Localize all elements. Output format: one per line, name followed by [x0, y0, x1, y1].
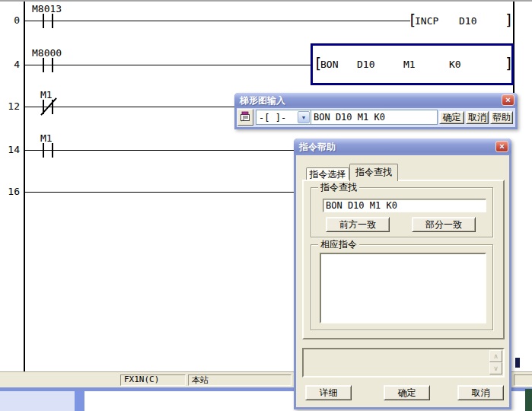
rung-line — [24, 107, 235, 107]
editor-top-border — [0, 0, 532, 2]
result-groupbox: 相应指令 — [311, 244, 493, 330]
contact-bar — [43, 58, 44, 72]
background-fragment — [515, 358, 520, 368]
ladder-input-body: -[ ]- ▼ 确定 取消 帮助 — [237, 108, 515, 127]
dialog-title: 指令帮助 — [299, 142, 336, 152]
chevron-down-icon[interactable]: ▼ — [298, 111, 310, 123]
instr-op: BON — [320, 59, 338, 69]
rung-line — [24, 21, 410, 21]
rung-line — [24, 192, 295, 193]
detail-button[interactable]: 详细 — [305, 385, 352, 400]
contact-bar — [43, 143, 44, 158]
dialog-title: 梯形图输入 — [240, 95, 285, 106]
bracket-close: ] — [505, 56, 513, 71]
instr-operand: K0 — [449, 59, 461, 69]
background-panel-lavender — [0, 391, 75, 411]
result-group-legend: 相应指令 — [318, 240, 359, 250]
scroll-down-icon[interactable]: ∨ — [489, 362, 502, 374]
contact-label: M1 — [40, 90, 53, 100]
instr-operand: M1 — [403, 59, 416, 69]
tab-instruction-find[interactable]: 指令查找 — [349, 164, 398, 181]
bracket-close: ] — [505, 13, 513, 27]
instruction-input[interactable] — [311, 110, 438, 125]
rung-number: 16 — [0, 186, 20, 196]
contact-bar — [52, 143, 53, 158]
selected-instruction-bon[interactable]: [ BON D10 M1 K0 ] — [311, 43, 514, 85]
cancel-button[interactable]: 取消 — [457, 385, 504, 400]
description-textarea[interactable]: ∧ ∨ — [302, 348, 505, 378]
scroll-up-icon[interactable]: ∧ — [489, 350, 502, 362]
instruction-help-body: 指令选择 指令查找 指令查找 前方一致 部分一致 相应指令 ∧ ∨ — [296, 155, 509, 407]
find-input[interactable] — [323, 199, 486, 212]
result-listbox[interactable] — [320, 253, 486, 323]
help-button[interactable]: 帮助 — [490, 111, 513, 124]
rung-line — [24, 150, 295, 151]
symbol-dropdown[interactable]: -[ ]- ▼ — [256, 110, 311, 125]
rung-number: 4 — [0, 59, 20, 69]
symbol-editor-button[interactable] — [237, 109, 253, 126]
instruction-help-dialog: 指令帮助 × 指令选择 指令查找 指令查找 前方一致 部分一致 相应指令 — [294, 139, 511, 409]
background-panel-divider — [75, 391, 84, 411]
gx-developer-screen: 0 M8013 [ INCP D10 ] 4 M8000 [ BON D10 M… — [0, 0, 532, 411]
close-icon[interactable]: × — [495, 141, 508, 152]
contact-label: M1 — [40, 133, 53, 143]
status-panel-plc-type: FX1N(C) — [120, 374, 186, 386]
ok-button[interactable]: 确定 — [439, 111, 464, 124]
desktop-corner — [525, 389, 532, 411]
ladder-input-titlebar: 梯形图输入 × — [234, 93, 518, 108]
close-icon[interactable]: × — [502, 94, 514, 106]
cancel-button[interactable]: 取消 — [466, 111, 489, 124]
contact-bar — [52, 14, 53, 28]
find-group-legend: 指令查找 — [318, 183, 359, 193]
status-panel-right — [514, 374, 532, 386]
rung-number: 12 — [0, 101, 20, 111]
ladder-symbol-icon — [240, 112, 251, 125]
symbol-dropdown-value: -[ ]- — [256, 111, 286, 123]
front-match-button[interactable]: 前方一致 — [326, 217, 390, 232]
instr-operand: D10 — [357, 59, 374, 69]
contact-bar — [52, 58, 53, 72]
instruction-help-titlebar: 指令帮助 × — [294, 139, 511, 155]
ok-button[interactable]: 确定 — [384, 385, 430, 400]
instr-op: INCP — [415, 16, 438, 26]
partial-match-button[interactable]: 部分一致 — [412, 217, 476, 232]
status-panel-station: 本站 — [188, 374, 291, 386]
find-groupbox: 指令查找 前方一致 部分一致 — [311, 187, 493, 237]
rung-number: 0 — [0, 15, 20, 25]
instr-operand: D10 — [459, 16, 476, 26]
rung-number: 14 — [0, 145, 20, 155]
contact-label: M8000 — [32, 48, 62, 58]
contact-bar — [43, 14, 44, 28]
contact-label: M8013 — [32, 4, 62, 14]
rung-line — [24, 65, 311, 65]
ladder-input-dialog: 梯形图输入 × -[ ]- ▼ 确定 取消 帮 — [234, 93, 518, 129]
tab-instruction-select[interactable]: 指令选择 — [306, 167, 349, 180]
left-power-rail — [24, 2, 25, 371]
